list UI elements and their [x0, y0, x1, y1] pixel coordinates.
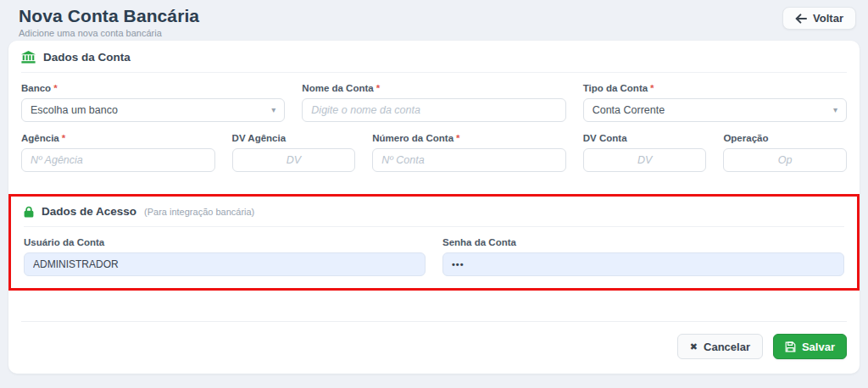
required-marker: *	[53, 83, 57, 93]
account-name-label: Nome da Conta*	[302, 83, 565, 93]
agency-check-digit-input[interactable]	[232, 148, 356, 172]
account-data-section-title: Dados da Conta	[43, 51, 131, 64]
page-heading: Nova Conta Bancária Adicione uma nova co…	[19, 6, 199, 38]
access-fields-row: Usuário da Conta Senha da Conta	[24, 237, 844, 276]
save-floppy-icon	[785, 341, 796, 352]
operation-label: Operação	[723, 133, 847, 143]
access-data-section-title: Dados de Acesso	[42, 205, 136, 218]
required-marker: *	[650, 83, 654, 93]
card-footer: ✖ Cancelar Salvar	[21, 322, 847, 359]
account-password-field: Senha da Conta	[442, 237, 844, 276]
x-icon: ✖	[690, 342, 698, 352]
agency-label: Agência*	[21, 133, 215, 143]
cancel-button-label: Cancelar	[704, 341, 750, 353]
account-number-field: Número da Conta*	[372, 133, 566, 172]
save-button-label: Salvar	[802, 341, 835, 353]
agency-input[interactable]	[21, 148, 215, 172]
account-data-section-header: Dados da Conta	[21, 51, 847, 64]
new-bank-account-card: Dados da Conta Banco* Escolha um banco ▾…	[8, 41, 860, 374]
account-number-label: Número da Conta*	[372, 133, 566, 143]
account-user-label: Usuário da Conta	[24, 237, 426, 247]
bank-select-value: Escolha um banco	[31, 104, 118, 116]
required-marker: *	[376, 83, 380, 93]
account-user-field: Usuário da Conta	[24, 237, 426, 276]
account-type-field: Tipo da Conta* Conta Corrente ▾	[583, 83, 847, 122]
operation-field: Operação	[723, 133, 847, 172]
page-subtitle: Adicione uma nova conta bancária	[19, 28, 199, 38]
account-password-input[interactable]	[442, 252, 844, 276]
account-user-input[interactable]	[24, 252, 426, 276]
account-type-label: Tipo da Conta*	[583, 83, 847, 93]
account-fields-row-2: Agência* DV Agência Número da Conta* DV …	[21, 133, 847, 172]
account-fields-row-1: Banco* Escolha um banco ▾ Nome da Conta*…	[21, 83, 847, 122]
required-marker: *	[62, 133, 65, 143]
account-type-select[interactable]: Conta Corrente ▾	[583, 98, 847, 122]
account-password-label: Senha da Conta	[442, 237, 844, 247]
account-name-input[interactable]	[302, 98, 565, 122]
access-data-section-header: Dados de Acesso (Para integração bancári…	[24, 205, 844, 218]
bank-label: Banco*	[21, 83, 285, 93]
section-divider	[24, 226, 844, 227]
back-button[interactable]: Voltar	[782, 7, 856, 30]
save-button[interactable]: Salvar	[773, 334, 847, 359]
page: Nova Conta Bancária Adicione uma nova co…	[0, 0, 868, 374]
bank-icon	[21, 51, 36, 64]
agency-field: Agência*	[21, 133, 215, 172]
required-marker: *	[456, 133, 459, 143]
account-number-input[interactable]	[372, 148, 566, 172]
agency-check-digit-label: DV Agência	[232, 133, 356, 143]
access-data-section-note: (Para integração bancária)	[144, 207, 254, 217]
bank-select[interactable]: Escolha um banco ▾	[21, 98, 285, 122]
chevron-down-icon: ▾	[271, 106, 275, 114]
account-check-digit-field: DV Conta	[583, 133, 707, 172]
operation-input[interactable]	[723, 148, 847, 172]
chevron-down-icon: ▾	[833, 106, 837, 114]
access-data-highlight-box: Dados de Acesso (Para integração bancári…	[8, 194, 860, 291]
page-header: Nova Conta Bancária Adicione uma nova co…	[8, 0, 860, 41]
section-divider	[21, 72, 847, 73]
account-type-select-value: Conta Corrente	[593, 104, 665, 116]
agency-check-digit-field: DV Agência	[232, 133, 356, 172]
arrow-left-icon	[795, 14, 807, 24]
page-title: Nova Conta Bancária	[19, 6, 199, 25]
lock-icon	[24, 206, 34, 218]
account-check-digit-label: DV Conta	[583, 133, 707, 143]
cancel-button[interactable]: ✖ Cancelar	[677, 334, 763, 359]
back-button-label: Voltar	[813, 12, 843, 25]
account-name-field: Nome da Conta*	[302, 83, 565, 122]
bank-field: Banco* Escolha um banco ▾	[21, 83, 285, 122]
account-check-digit-input[interactable]	[583, 148, 707, 172]
